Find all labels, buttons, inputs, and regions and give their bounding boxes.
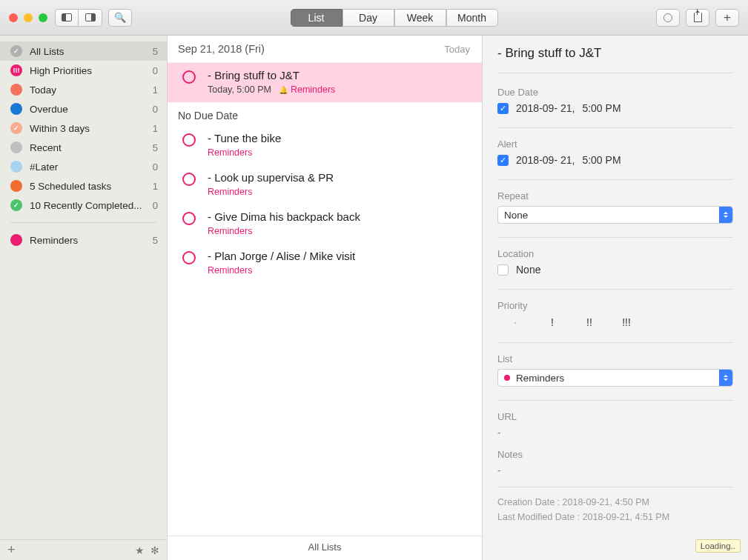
favorite-icon[interactable]: ★: [135, 544, 145, 556]
add-button[interactable]: +: [715, 9, 739, 27]
task-title: - Plan Jorge / Alise / Mike visit: [208, 250, 471, 262]
share-button[interactable]: [686, 9, 709, 27]
task-title: - Bring stuff to J&T: [208, 69, 471, 81]
list-label: List: [497, 353, 733, 364]
list-color-icon: [10, 161, 22, 173]
minimize-window-button[interactable]: [24, 13, 33, 22]
left-panel-icon: [62, 13, 72, 21]
sidebar-item[interactable]: ✓10 Recently Completed...0: [0, 196, 167, 215]
sidebar-item[interactable]: !!!High Priorities0: [0, 61, 167, 80]
priority-option[interactable]: ·: [500, 316, 530, 329]
priority-label: Priority: [497, 300, 733, 311]
add-list-button[interactable]: +: [7, 542, 16, 558]
today-label[interactable]: Today: [444, 44, 470, 55]
sidebar-item[interactable]: Overdue0: [0, 99, 167, 119]
repeat-value: None: [504, 210, 528, 221]
view-month-button[interactable]: Month: [446, 9, 498, 27]
view-list-button[interactable]: List: [291, 9, 342, 27]
task-list-name: Reminders: [291, 84, 335, 95]
modified-date: Last Modified Date : 2018-09-21, 4:51 PM: [497, 510, 733, 524]
sidebar-footer: + ★ ✻: [0, 539, 167, 560]
task-complete-checkbox[interactable]: [182, 251, 196, 264]
task-complete-checkbox[interactable]: [182, 173, 196, 186]
current-date-label: Sep 21, 2018 (Fri): [178, 43, 444, 55]
list-color-icon: [10, 84, 22, 96]
plus-icon: +: [724, 10, 731, 25]
sync-button[interactable]: [656, 9, 680, 27]
view-day-button[interactable]: Day: [342, 9, 394, 27]
priority-option[interactable]: !: [537, 316, 567, 328]
repeat-select[interactable]: None: [497, 206, 733, 224]
right-panel-icon: [85, 13, 96, 21]
task-row[interactable]: - Bring stuff to J&TToday, 5:00 PM🔔Remin…: [168, 63, 482, 102]
task-list-name: Reminders: [208, 147, 252, 158]
list-color-icon: ✓: [10, 199, 22, 211]
sidebar-item-count: 0: [153, 104, 158, 115]
sidebar-item[interactable]: Today1: [0, 80, 167, 99]
view-week-button[interactable]: Week: [394, 9, 446, 27]
location-value[interactable]: None: [516, 264, 540, 276]
location-checkbox[interactable]: [497, 264, 509, 276]
priority-row: ·!!!!!!: [497, 316, 733, 329]
zoom-window-button[interactable]: [39, 13, 47, 22]
sidebar-item-count: 1: [153, 123, 158, 134]
due-time-value[interactable]: 5:00 PM: [582, 102, 620, 114]
close-window-button[interactable]: [9, 13, 18, 22]
task-row[interactable]: - Tune the bikeReminders: [168, 126, 482, 165]
priority-option[interactable]: !!: [575, 316, 604, 328]
view-switcher: ListDayWeekMonth: [291, 9, 498, 27]
sidebar-item-label: Overdue: [30, 104, 153, 115]
task-row[interactable]: - Look up supervisa & PRReminders: [168, 165, 482, 204]
list-color-icon: [10, 103, 22, 115]
sidebar-list: ✓All Lists5!!!High Priorities0Today1Over…: [0, 36, 167, 539]
task-complete-checkbox[interactable]: [182, 70, 196, 84]
alert-icon: 🔔: [279, 86, 288, 94]
sidebar-item[interactable]: ✓Within 3 days1: [0, 119, 167, 138]
search-button[interactable]: 🔍: [108, 9, 132, 27]
sidebar-item[interactable]: 5 Scheduled tasks1: [0, 176, 167, 196]
sidebar-item[interactable]: #Later0: [0, 157, 167, 176]
list-value: Reminders: [516, 373, 564, 384]
toggle-right-panel-button[interactable]: [79, 9, 102, 27]
sidebar-item[interactable]: ✓All Lists5: [0, 41, 167, 61]
task-complete-checkbox[interactable]: [182, 133, 196, 147]
task-list-footer: All Lists: [168, 536, 482, 560]
panel-toggle-group: [55, 9, 102, 27]
sidebar-item[interactable]: Recent5: [0, 138, 167, 157]
list-color-icon: [10, 234, 22, 246]
due-date-value[interactable]: 2018-09- 21,: [516, 102, 575, 114]
sidebar-item[interactable]: Reminders5: [0, 230, 167, 250]
chevron-updown-icon: [719, 370, 732, 386]
alert-checkbox[interactable]: ✓: [497, 155, 509, 166]
due-date-checkbox[interactable]: ✓: [497, 103, 509, 114]
url-value[interactable]: -: [497, 427, 733, 439]
list-color-icon: ✓: [10, 122, 22, 134]
list-color-icon: ✓: [10, 45, 22, 57]
alert-date-value[interactable]: 2018-09- 21,: [516, 154, 575, 166]
task-meta: Reminders: [208, 265, 471, 276]
task-row[interactable]: - Give Dima his backpack backReminders: [168, 204, 482, 244]
toggle-left-panel-button[interactable]: [55, 9, 79, 27]
share-icon: [694, 13, 702, 22]
task-title: - Give Dima his backpack back: [208, 210, 471, 223]
alert-time-value[interactable]: 5:00 PM: [582, 154, 620, 166]
task-row[interactable]: - Plan Jorge / Alise / Mike visitReminde…: [168, 244, 482, 283]
detail-title[interactable]: - Bring stuff to J&T: [497, 46, 733, 73]
settings-icon[interactable]: ✻: [150, 544, 159, 556]
sidebar-item-label: All Lists: [30, 46, 153, 57]
notes-value[interactable]: -: [497, 464, 733, 476]
task-meta: Today, 5:00 PM🔔Reminders: [208, 84, 471, 95]
sidebar-item-count: 1: [153, 84, 158, 96]
circle-icon: [663, 13, 672, 22]
sidebar-item-count: 1: [153, 181, 158, 192]
titlebar: 🔍 ListDayWeekMonth +: [0, 0, 748, 36]
sidebar-item-label: Within 3 days: [30, 123, 153, 134]
task-complete-checkbox[interactable]: [182, 212, 196, 225]
list-select[interactable]: Reminders: [497, 369, 733, 387]
priority-option[interactable]: !!!: [612, 316, 641, 328]
notes-label: Notes: [497, 449, 733, 460]
task-meta: Reminders: [208, 187, 471, 197]
detail-pane: - Bring stuff to J&T Due Date ✓ 2018-09-…: [483, 36, 748, 560]
sidebar-item-label: 10 Recently Completed...: [30, 200, 153, 211]
sidebar-item-label: Reminders: [30, 235, 153, 246]
